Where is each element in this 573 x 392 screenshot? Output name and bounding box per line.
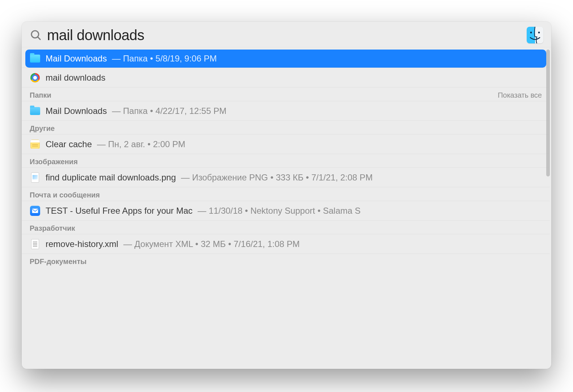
- result-meta: — Папка • 5/8/19, 9:06 PM: [112, 54, 217, 64]
- svg-rect-6: [32, 209, 38, 213]
- section-title: Разработчик: [30, 224, 75, 233]
- result-top-hit[interactable]: Mail Downloads — Папка • 5/8/19, 9:06 PM: [25, 50, 546, 68]
- chrome-icon: [30, 72, 41, 83]
- section-header-other: Другие: [22, 120, 550, 134]
- result-meta: — Папка • 4/22/17, 12:55 PM: [112, 106, 226, 116]
- section-header-images: Изображения: [22, 154, 550, 167]
- result-folder[interactable]: Mail Downloads — Папка • 4/22/17, 12:55 …: [22, 101, 550, 120]
- document-icon: [30, 239, 41, 250]
- svg-point-5: [538, 32, 540, 34]
- section-header-developer: Разработчик: [22, 220, 550, 234]
- section-header-pdf: PDF-документы: [22, 253, 550, 267]
- section-title: Другие: [30, 124, 55, 133]
- mail-icon: [30, 205, 41, 216]
- folder-icon: [30, 106, 41, 116]
- image-file-icon: [30, 172, 41, 183]
- search-input[interactable]: [47, 27, 522, 43]
- finder-icon: [527, 27, 543, 43]
- result-title: remove-history.xml: [46, 239, 118, 249]
- search-icon: [30, 29, 42, 41]
- result-note[interactable]: Clear cache — Пн, 2 авг. • 2:00 PM: [22, 134, 550, 154]
- section-title: Папки: [30, 91, 51, 99]
- result-title: mail downloads: [46, 73, 105, 83]
- result-title: find duplicate mail downloads.png: [46, 172, 176, 183]
- section-title: Изображения: [30, 158, 78, 166]
- results-area: Mail Downloads — Папка • 5/8/19, 9:06 PM…: [22, 47, 551, 369]
- result-title: Clear cache: [46, 139, 92, 149]
- result-meta: — Документ XML • 32 МБ • 7/16/21, 1:08 P…: [123, 239, 300, 249]
- result-web[interactable]: mail downloads: [22, 68, 550, 87]
- result-title: TEST - Useful Free Apps for your Mac: [46, 206, 192, 216]
- scrollbar-thumb[interactable]: [546, 50, 550, 176]
- result-xml[interactable]: remove-history.xml — Документ XML • 32 М…: [22, 234, 550, 253]
- spotlight-window: Mail Downloads — Папка • 5/8/19, 9:06 PM…: [22, 22, 551, 369]
- result-mail[interactable]: TEST - Useful Free Apps for your Mac — 1…: [22, 201, 550, 220]
- result-title: Mail Downloads: [46, 54, 107, 64]
- svg-line-1: [38, 37, 40, 39]
- section-header-mail: Почта и сообщения: [22, 187, 550, 201]
- notes-icon: [30, 139, 41, 150]
- show-all-link[interactable]: Показать все: [498, 91, 542, 99]
- svg-point-4: [530, 32, 532, 34]
- result-image[interactable]: find duplicate mail downloads.png — Изоб…: [22, 167, 550, 187]
- section-header-folders: Папки Показать все: [22, 87, 550, 101]
- svg-rect-2: [527, 27, 535, 43]
- result-meta: — 11/30/18 • Nektony Support • Salama S: [198, 206, 360, 216]
- section-title: Почта и сообщения: [30, 191, 100, 199]
- search-row: [22, 22, 551, 47]
- result-meta: — Изображение PNG • 333 КБ • 7/1/21, 2:0…: [181, 172, 373, 183]
- scrollbar[interactable]: [546, 50, 550, 367]
- result-title: Mail Downloads: [46, 106, 107, 116]
- result-meta: — Пн, 2 авг. • 2:00 PM: [97, 139, 185, 149]
- section-title: PDF-документы: [30, 257, 86, 266]
- folder-icon: [30, 53, 41, 64]
